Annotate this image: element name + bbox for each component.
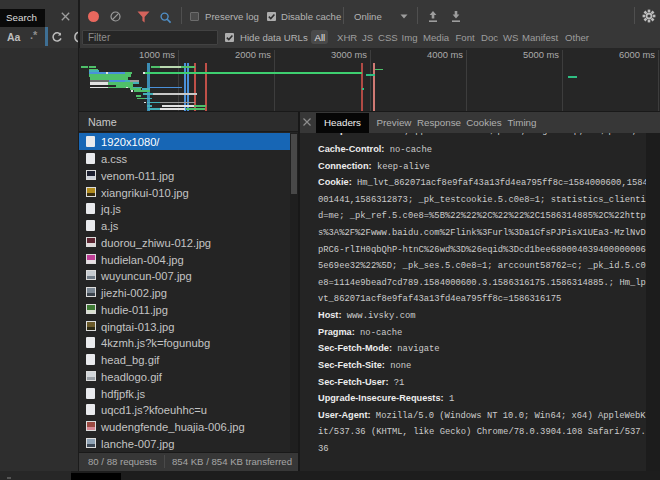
- svg-text:6000 ms: 6000 ms: [619, 49, 655, 60]
- svg-text:5000 ms: 5000 ms: [523, 49, 559, 60]
- svg-text:4000 ms: 4000 ms: [427, 49, 463, 60]
- svg-text:1000 ms: 1000 ms: [139, 49, 175, 60]
- svg-text:3000 ms: 3000 ms: [331, 49, 367, 60]
- svg-text:2000 ms: 2000 ms: [235, 49, 271, 60]
